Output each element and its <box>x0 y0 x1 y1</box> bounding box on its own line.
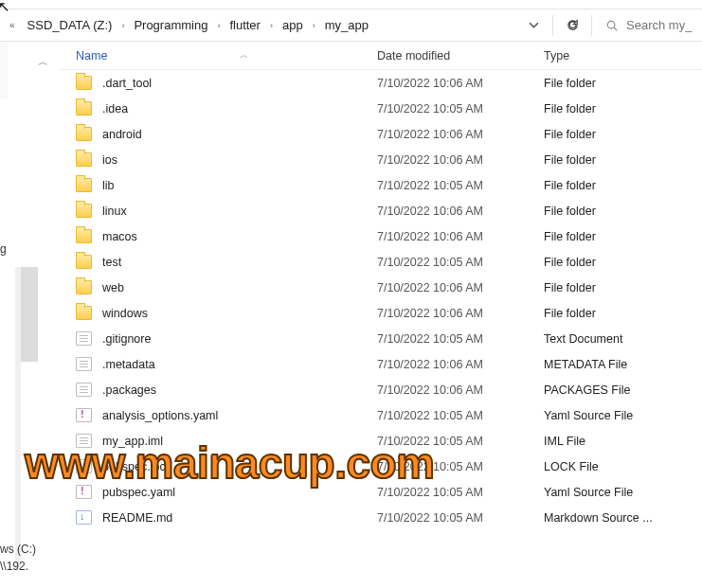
column-name-label: Name <box>76 49 107 62</box>
file-type: PACKAGES File <box>544 383 695 397</box>
svg-point-0 <box>607 21 615 28</box>
file-name: .dart_tool <box>102 77 152 90</box>
file-name: analysis_options.yaml <box>102 409 218 422</box>
nav-pane-fragment: ︿ g ws (C:) \\192. <box>0 42 57 588</box>
file-type: File folder <box>544 128 695 141</box>
collapse-icon[interactable]: ︿ <box>38 55 48 69</box>
yaml-file-icon <box>76 485 92 499</box>
nav-drive-fragment[interactable]: ws (C:) <box>0 543 36 556</box>
address-dropdown-button[interactable] <box>520 12 547 39</box>
file-row[interactable]: ios7/10/2022 10:06 AMFile folder <box>76 147 702 172</box>
file-date: 7/10/2022 10:05 AM <box>377 409 544 422</box>
sort-indicator-icon: ︿ <box>240 49 248 62</box>
file-type: METADATA File <box>544 358 695 371</box>
search-icon <box>605 19 619 32</box>
breadcrumb-item[interactable]: flutter <box>225 14 264 36</box>
file-row[interactable]: .gitignore7/10/2022 10:05 AMText Documen… <box>76 326 702 351</box>
file-date: 7/10/2022 10:05 AM <box>377 486 544 499</box>
folder-icon <box>76 255 92 269</box>
breadcrumb-item[interactable]: my_app <box>321 14 372 36</box>
text-file-icon <box>76 434 92 448</box>
chevron-right-icon: › <box>307 21 321 30</box>
file-name: web <box>102 281 124 294</box>
file-row[interactable]: .metadata7/10/2022 10:06 AMMETADATA File <box>76 351 702 377</box>
breadcrumb-item[interactable]: SSD_DATA (Z:) <box>24 14 117 36</box>
file-row[interactable]: macos7/10/2022 10:06 AMFile folder <box>76 223 702 249</box>
folder-icon <box>76 76 92 90</box>
file-row[interactable]: README.md7/10/2022 10:05 AMMarkdown Sour… <box>76 505 702 530</box>
chevron-right-icon: › <box>264 21 279 30</box>
file-date: 7/10/2022 10:05 AM <box>377 332 544 346</box>
file-date: 7/10/2022 10:06 AM <box>377 153 544 167</box>
column-header-type[interactable]: Type <box>544 49 695 62</box>
file-date: 7/10/2022 10:06 AM <box>377 358 544 371</box>
folder-icon <box>76 152 92 167</box>
file-name: .metadata <box>102 358 155 371</box>
address-toolbar: « SSD_DATA (Z:)›Programming›flutter›app›… <box>0 9 702 42</box>
folder-icon <box>76 127 92 141</box>
file-row[interactable]: test7/10/2022 10:05 AMFile folder <box>76 249 702 275</box>
folder-icon <box>76 306 92 320</box>
breadcrumb-item[interactable]: Programming <box>130 14 211 36</box>
file-row[interactable]: .dart_tool7/10/2022 10:06 AMFile folder <box>76 70 702 96</box>
file-row[interactable]: pubspec.yaml7/10/2022 10:05 AMYaml Sourc… <box>76 479 702 505</box>
file-row[interactable]: analysis_options.yaml7/10/2022 10:05 AMY… <box>76 402 702 428</box>
file-list: .dart_tool7/10/2022 10:06 AMFile folder.… <box>59 70 702 530</box>
separator <box>552 15 553 36</box>
file-type: File folder <box>544 77 695 90</box>
file-date: 7/10/2022 10:05 AM <box>377 102 544 116</box>
file-row[interactable]: windows7/10/2022 10:06 AMFile folder <box>76 300 702 326</box>
lock-file-icon <box>76 459 92 473</box>
yaml-file-icon <box>76 408 92 422</box>
file-type: File folder <box>544 230 695 243</box>
folder-icon <box>76 101 92 116</box>
folder-icon <box>76 178 92 192</box>
column-header-name[interactable]: Name ︿ <box>76 49 377 62</box>
file-name: android <box>102 128 142 141</box>
file-type: Yaml Source File <box>544 409 695 422</box>
file-name: ios <box>102 153 117 167</box>
file-date: 7/10/2022 10:06 AM <box>377 383 544 397</box>
svg-line-1 <box>614 27 617 29</box>
file-row[interactable]: linux7/10/2022 10:06 AMFile folder <box>76 198 702 223</box>
file-row[interactable]: my_app.iml7/10/2022 10:05 AMIML File <box>76 428 702 454</box>
file-type: IML File <box>544 435 695 448</box>
folder-icon <box>76 280 92 294</box>
file-name: windows <box>102 307 148 320</box>
file-date: 7/10/2022 10:06 AM <box>377 230 544 243</box>
file-name: .idea <box>102 102 128 116</box>
breadcrumb-item[interactable]: app <box>279 14 307 36</box>
file-type: File folder <box>544 281 695 294</box>
column-headers: Name ︿ Date modified Type <box>59 42 702 70</box>
refresh-button[interactable] <box>559 12 585 39</box>
search-input[interactable] <box>626 18 693 32</box>
file-type: File folder <box>544 307 695 320</box>
search-box[interactable] <box>598 18 702 32</box>
file-type: Text Document <box>544 332 695 346</box>
nav-path-fragment[interactable]: \\192. <box>0 560 28 573</box>
file-name: pubspec.yaml <box>102 486 175 499</box>
file-row[interactable]: lib7/10/2022 10:05 AMFile folder <box>76 172 702 198</box>
file-name: linux <box>102 205 127 218</box>
file-row[interactable]: .packages7/10/2022 10:06 AMPACKAGES File <box>76 377 702 402</box>
file-name: .gitignore <box>102 332 151 346</box>
file-row[interactable]: android7/10/2022 10:06 AMFile folder <box>76 121 702 147</box>
file-row[interactable]: .idea7/10/2022 10:05 AMFile folder <box>76 96 702 121</box>
text-file-icon <box>76 383 92 397</box>
file-name: .packages <box>102 383 156 397</box>
text-file-icon <box>76 357 92 371</box>
file-row[interactable]: pubspec.lock7/10/2022 10:05 AMLOCK File <box>76 454 702 479</box>
file-date: 7/10/2022 10:06 AM <box>377 128 544 141</box>
column-header-date[interactable]: Date modified <box>377 49 544 62</box>
breadcrumb-overflow-icon[interactable]: « <box>4 20 21 30</box>
ribbon-edge <box>0 0 702 9</box>
file-name: macos <box>102 230 137 243</box>
file-date: 7/10/2022 10:05 AM <box>377 179 544 192</box>
file-name: my_app.iml <box>102 435 163 448</box>
file-date: 7/10/2022 10:05 AM <box>377 256 544 269</box>
file-type: File folder <box>544 179 695 192</box>
file-date: 7/10/2022 10:06 AM <box>377 77 544 90</box>
chevron-right-icon: › <box>211 21 225 30</box>
nav-sliver <box>21 267 38 362</box>
file-row[interactable]: web7/10/2022 10:06 AMFile folder <box>76 275 702 300</box>
